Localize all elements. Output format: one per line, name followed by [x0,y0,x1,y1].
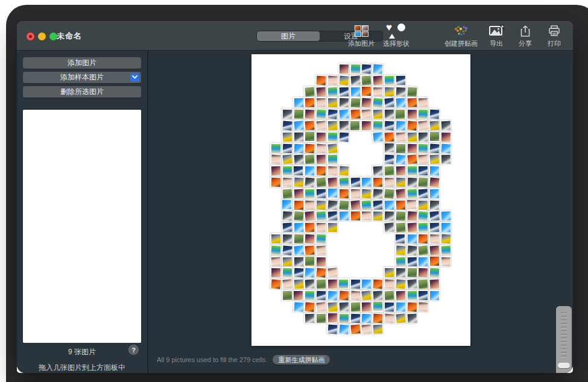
export-tool[interactable]: 导出 [486,23,507,48]
mosaic-tile [406,244,418,256]
mosaic-tile [394,301,406,312]
mosaic-tile [315,244,327,255]
mosaic-tile [406,86,417,97]
tab-pictures[interactable]: 图片 [257,31,320,41]
mosaic-tile [281,210,292,222]
mosaic-tile [315,278,327,290]
mosaic-tile [349,324,361,336]
mosaic-tile [406,267,417,278]
mosaic-tile [292,301,304,312]
add-pictures-button[interactable]: 添加图片 [23,57,141,69]
mosaic-tile [383,131,394,142]
mosaic-tile [429,165,440,176]
mosaic-tile [281,177,292,188]
mosaic-tile [406,131,417,142]
mosaic-tile [281,278,293,290]
add-sample-pictures-button[interactable]: 添加样本图片 [23,72,141,83]
mosaic-tile [406,165,417,176]
mosaic-tile [429,119,440,131]
mosaic-tile [281,154,293,166]
mosaic-tile [349,199,361,211]
add-pictures-tool[interactable]: 添加图片 [348,23,375,48]
mosaic-tile [327,188,338,199]
mosaic-tile [417,210,429,222]
mosaic-tile [349,74,361,86]
mosaic-tile [304,97,315,108]
mosaic-tile [292,267,304,278]
mosaic-tile [406,108,417,119]
mosaic-tile [372,177,383,187]
mosaic-tile [394,187,406,199]
create-collage-tool[interactable]: 创建拼贴画 [444,23,478,48]
mosaic-tile [417,187,429,199]
collage-page[interactable] [251,54,470,346]
mosaic-tile [384,177,394,187]
mosaic-tile [440,233,451,244]
mosaic-tile [327,97,338,108]
minimize-button[interactable] [38,33,46,40]
mosaic-tile [417,154,429,165]
mosaic-tile [417,278,429,290]
mosaic-tile [406,97,417,108]
mosaic-tile [270,142,281,153]
status-text: All 9 pictures used to fill the 279 cell… [157,356,267,363]
mosaic-tile [338,63,349,74]
picture-list-panel[interactable] [23,109,141,343]
mosaic-tile [384,74,395,86]
mosaic-tile [292,222,304,233]
mosaic-tile [315,154,327,165]
mosaic-tile [338,289,349,301]
mosaic-tile [304,142,315,154]
mosaic-tile [349,63,361,75]
mosaic-tile [304,176,316,188]
mosaic-tile [304,222,315,233]
mosaic-tile [406,222,417,233]
mosaic-tile [304,256,315,267]
mosaic-tile [440,142,452,154]
mosaic-tile [292,97,304,108]
add-sample-pictures-label: 添加样本图片 [60,72,104,83]
mosaic-tile [304,86,316,98]
select-shape-tool[interactable]: ♥ 选择形状 [383,23,409,48]
mosaic-tile [406,290,417,301]
mosaic-tile [394,177,406,188]
close-button[interactable] [27,33,34,40]
mosaic-tile [372,324,384,335]
mosaic-tile [270,244,281,255]
mosaic-tile [440,222,451,233]
mosaic-tile [281,222,292,233]
mosaic-tile [304,267,315,278]
mosaic-tile [429,199,440,210]
mosaic-tile [417,255,428,266]
mosaic-tile [383,312,395,324]
mosaic-tile [361,177,371,187]
mosaic-tile [304,301,316,313]
mosaic-tile [338,177,349,188]
mosaic-tile [361,187,372,199]
mosaic-tile [440,244,452,255]
mosaic-tile [394,86,406,97]
mosaic-tile [440,120,452,131]
chevron-down-icon[interactable] [130,73,139,82]
delete-selected-button[interactable]: 删除所选图片 [23,86,141,98]
tool-label: 分享 [519,39,532,48]
mosaic-tile [315,176,327,188]
mosaic-tile [270,278,282,290]
share-tool[interactable]: 分享 [515,23,536,48]
print-tool[interactable]: 打印 [544,23,564,48]
mosaic-tile [292,142,304,154]
mosaic-tile [429,290,440,301]
window-title: 未命名 [57,21,82,51]
zoom-slider-handle[interactable] [558,363,570,368]
mosaic-tile [292,154,304,165]
mosaic-tile [293,165,304,176]
mosaic-tile [372,289,384,301]
help-button[interactable]: ? [128,345,139,355]
select-shape-icon: ♥ [386,23,406,39]
regenerate-collage-button[interactable]: 重新生成拼贴画 [273,355,330,365]
mosaic-tile [338,86,349,97]
zoom-slider[interactable] [556,306,572,373]
mosaic-tile [304,131,315,142]
mosaic-tile [350,120,361,131]
mosaic-tile [327,154,338,164]
